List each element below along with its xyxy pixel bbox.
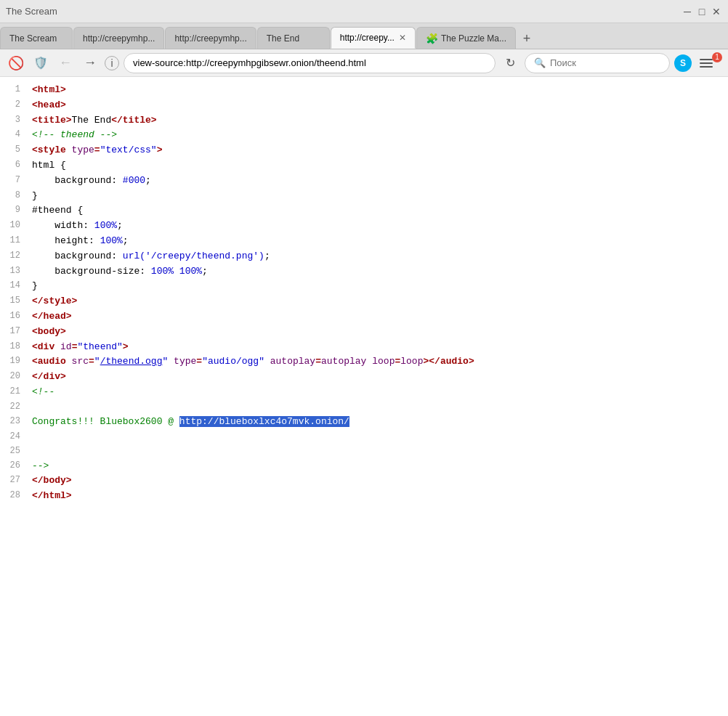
tab-creepy-active[interactable]: http://creepy... ✕ <box>331 27 416 49</box>
tab-label: The Scream <box>9 33 57 44</box>
url-input[interactable] <box>133 57 486 68</box>
shield-button[interactable]: 🛡️ <box>31 53 51 73</box>
source-line: 2 <head> <box>0 98 728 113</box>
source-line: 16 </head> <box>0 309 728 325</box>
tab-label: http://creepymhp... <box>83 33 155 44</box>
search-input[interactable] <box>550 57 672 68</box>
new-tab-button[interactable]: + <box>517 28 537 49</box>
source-line: 24 <box>0 430 728 444</box>
source-content: 1 <html> 2 <head> 3 <title>The End</titl… <box>0 77 728 716</box>
source-line: 6 html { <box>0 158 728 174</box>
skype-icon[interactable]: S <box>674 54 692 72</box>
nav-bar: 🚫 🛡️ ← → i ↻ 🔍 S 1 <box>0 49 728 77</box>
source-line: 28 </html> <box>0 489 728 504</box>
source-line: 25 <box>0 444 728 459</box>
source-line: 27 </body> <box>0 473 728 489</box>
source-line: 1 <html> <box>0 83 728 98</box>
tab-the-end[interactable]: The End <box>257 27 330 49</box>
source-line: 18 <div id="theend"> <box>0 340 728 355</box>
source-line: 17 <body> <box>0 325 728 340</box>
forward-button[interactable]: → <box>80 53 100 73</box>
tab-close-button[interactable]: ✕ <box>399 33 406 43</box>
refresh-button[interactable]: ↻ <box>500 53 520 73</box>
url-bar[interactable] <box>124 53 496 73</box>
source-line: 21 <!-- <box>0 385 728 400</box>
source-line: 5 <style type="text/css"> <box>0 143 728 158</box>
tab-creepy-1[interactable]: http://creepymhp... <box>73 27 164 49</box>
source-line: 11 height: 100%; <box>0 234 728 249</box>
source-line: 7 background: #000; <box>0 174 728 189</box>
source-line: 4 <!-- theend --> <box>0 128 728 143</box>
source-line: 15 </style> <box>0 294 728 309</box>
source-line: 20 </div> <box>0 370 728 385</box>
tab-creepy-2[interactable]: http://creepymhp... <box>165 27 256 49</box>
highlighted-link[interactable]: http://blueboxlxc4o7mvk.onion/ <box>179 416 349 427</box>
source-line: 26 --> <box>0 459 728 474</box>
window-title: The Scream <box>6 6 57 17</box>
puzzle-icon: 🧩 <box>426 33 438 44</box>
source-line: 9 #theend { <box>0 203 728 219</box>
source-line: 14 } <box>0 279 728 294</box>
search-icon: 🔍 <box>534 57 546 68</box>
window-controls: ─ □ ✕ <box>682 6 722 17</box>
back-button[interactable]: ← <box>55 53 76 73</box>
source-line: 8 } <box>0 189 728 204</box>
tab-the-scream[interactable]: The Scream <box>0 27 73 49</box>
tab-label: http://creepymhp... <box>174 33 246 44</box>
source-line-congrats: 23 Congrats!!! Bluebox2600 @ http://blue… <box>0 415 728 430</box>
source-line: 3 <title>The End</title> <box>0 113 728 129</box>
tab-puzzle-ma[interactable]: 🧩 The Puzzle Ma... <box>416 27 516 49</box>
info-button[interactable]: i <box>105 56 119 70</box>
title-bar: The Scream ─ □ ✕ <box>0 0 728 23</box>
tab-label: The Puzzle Ma... <box>441 33 506 44</box>
source-line: 19 <audio src="/theend.ogg" type="audio/… <box>0 354 728 370</box>
tab-label: The End <box>267 33 299 44</box>
browser-window: The Scream ─ □ ✕ The Scream http://creep… <box>0 0 728 716</box>
notification-badge: 1 <box>712 52 722 62</box>
tab-label: http://creepy... <box>340 33 395 43</box>
source-line: 12 background: url('/creepy/theend.png')… <box>0 249 728 264</box>
search-bar[interactable]: 🔍 <box>525 53 670 73</box>
maximize-button[interactable]: □ <box>696 6 708 17</box>
source-view: 1 <html> 2 <head> 3 <title>The End</titl… <box>0 77 728 510</box>
source-line: 13 background-size: 100% 100%; <box>0 264 728 280</box>
minimize-button[interactable]: ─ <box>682 6 693 17</box>
source-line: 10 width: 100%; <box>0 219 728 234</box>
tab-bar: The Scream http://creepymhp... http://cr… <box>0 23 728 49</box>
no-script-button[interactable]: 🚫 <box>6 53 26 73</box>
close-button[interactable]: ✕ <box>711 6 722 17</box>
source-line: 22 <box>0 400 728 415</box>
